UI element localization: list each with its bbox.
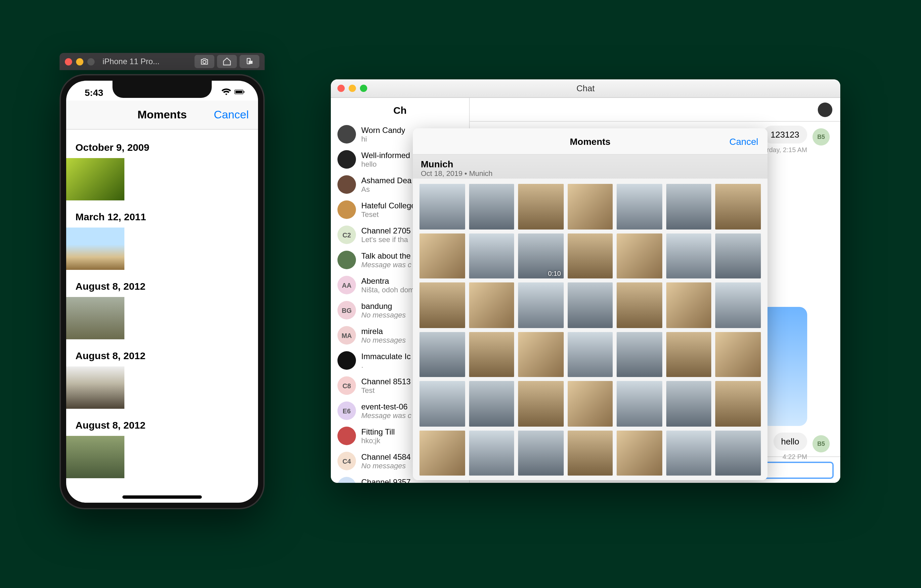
chat-preview: Teset: [361, 210, 415, 218]
grid-photo[interactable]: [716, 430, 761, 476]
chat-name: Channel 9357: [361, 478, 410, 483]
chat-avatar: [337, 150, 356, 169]
grid-photo[interactable]: [666, 233, 711, 278]
close-window-button[interactable]: [65, 58, 72, 65]
grid-photo[interactable]: [567, 184, 613, 229]
message-avatar: B5: [812, 435, 830, 452]
chat-name: bandung: [361, 302, 406, 311]
photo-thumbnail[interactable]: [66, 297, 124, 339]
moment-date: October 9, 2009: [66, 136, 258, 158]
grid-photo[interactable]: [567, 381, 613, 427]
chat-name: Channel 8513: [361, 377, 410, 386]
grid-photo[interactable]: [567, 430, 613, 476]
current-user-avatar[interactable]: [818, 102, 832, 117]
chat-avatar: [337, 251, 356, 269]
screenshot-button[interactable]: [195, 55, 214, 68]
grid-photo[interactable]: [716, 233, 761, 278]
home-indicator[interactable]: [122, 495, 202, 499]
chat-preview: Ništa, odoh dom: [361, 286, 414, 294]
photo-thumbnail[interactable]: [66, 158, 124, 200]
chat-avatar: C2: [337, 226, 356, 244]
grid-photo[interactable]: [617, 430, 662, 476]
chat-preview: Let's see if tha: [361, 236, 410, 244]
svg-rect-3: [236, 91, 242, 93]
grid-photo[interactable]: [420, 233, 465, 278]
grid-photo[interactable]: [666, 332, 711, 377]
grid-photo[interactable]: [617, 381, 662, 427]
grid-photo[interactable]: [716, 381, 761, 427]
chat-avatar: MA: [337, 326, 356, 344]
moments-sheet: Moments Cancel Munich Oct 18, 2019 • Mun…: [413, 128, 768, 480]
grid-photo[interactable]: [617, 184, 662, 229]
grid-photo[interactable]: [469, 283, 514, 328]
phone-scroll-content[interactable]: October 9, 2009 March 12, 2011 August 8,…: [66, 130, 258, 500]
grid-photo[interactable]: [420, 332, 465, 377]
simulator-window: iPhone 11 Pro... 5:43: [60, 53, 265, 509]
grid-photo[interactable]: [518, 381, 563, 427]
chat-name: Talk about the: [361, 251, 412, 261]
photo-thumbnail[interactable]: [66, 227, 124, 270]
grid-photo[interactable]: [617, 233, 662, 278]
grid-photo[interactable]: [420, 283, 465, 328]
sidebar-header: Ch: [331, 98, 469, 122]
chat-name: Ashamed Dea: [361, 176, 412, 185]
grid-photo[interactable]: [518, 430, 563, 476]
phone-notch: [112, 81, 212, 98]
grid-photo[interactable]: [666, 381, 711, 427]
sheet-cancel-button[interactable]: Cancel: [729, 136, 758, 146]
photo-grid[interactable]: 0:10: [413, 179, 768, 480]
chat-preview: As: [361, 185, 412, 193]
chat-preview: Message was c: [361, 411, 412, 419]
grid-photo[interactable]: [666, 184, 711, 229]
grid-photo[interactable]: [567, 332, 613, 377]
minimize-window-button[interactable]: [76, 58, 83, 65]
chat-avatar: [337, 427, 356, 445]
grid-photo[interactable]: [716, 332, 761, 377]
moment-section: August 8, 2012: [66, 344, 258, 411]
window-title: Chat: [331, 83, 840, 93]
grid-photo[interactable]: [567, 283, 613, 328]
chat-name: Worn Candy: [361, 126, 405, 135]
moment-date: August 8, 2012: [66, 275, 258, 297]
chat-name: Channel 4584: [361, 452, 410, 462]
grid-photo[interactable]: [518, 332, 563, 377]
chat-preview: hello: [361, 160, 410, 168]
grid-photo[interactable]: [420, 184, 465, 229]
moment-section: October 9, 2009: [66, 136, 258, 203]
moment-section: August 8, 2012: [66, 275, 258, 342]
moment-date: March 12, 2011: [66, 206, 258, 227]
grid-photo[interactable]: [518, 184, 563, 229]
grid-photo[interactable]: [469, 381, 514, 427]
grid-photo[interactable]: [666, 430, 711, 476]
grid-photo[interactable]: [666, 283, 711, 328]
grid-photo[interactable]: [567, 233, 613, 278]
chat-preview: No messages: [361, 462, 410, 469]
chat-name: Channel 2705: [361, 226, 410, 236]
message-image[interactable]: [761, 307, 807, 426]
grid-photo[interactable]: [469, 184, 514, 229]
home-button[interactable]: [217, 55, 237, 68]
photo-thumbnail[interactable]: [66, 366, 124, 409]
grid-photo[interactable]: [518, 283, 563, 328]
chat-avatar: [337, 175, 356, 194]
grid-photo[interactable]: [469, 332, 514, 377]
grid-photo[interactable]: [469, 233, 514, 278]
message-bubble: hello: [773, 432, 807, 450]
chat-name: Immaculate Ic: [361, 352, 410, 361]
grid-photo[interactable]: [420, 381, 465, 427]
moment-section: March 12, 2011: [66, 206, 258, 273]
grid-photo[interactable]: 0:10: [518, 233, 563, 278]
phone-cancel-button[interactable]: Cancel: [214, 108, 249, 121]
zoom-window-button[interactable]: [87, 58, 94, 65]
grid-photo[interactable]: [716, 184, 761, 229]
conversation-header: [470, 98, 840, 122]
section-date: Oct 18, 2019 • Munich: [421, 169, 760, 177]
photo-thumbnail[interactable]: [66, 436, 124, 478]
grid-photo[interactable]: [617, 283, 662, 328]
rotate-button[interactable]: [239, 55, 259, 68]
grid-photo[interactable]: [420, 430, 465, 476]
grid-photo[interactable]: [617, 332, 662, 377]
grid-photo[interactable]: [469, 430, 514, 476]
grid-photo[interactable]: [716, 283, 761, 328]
phone-nav-title: Moments: [137, 108, 187, 121]
